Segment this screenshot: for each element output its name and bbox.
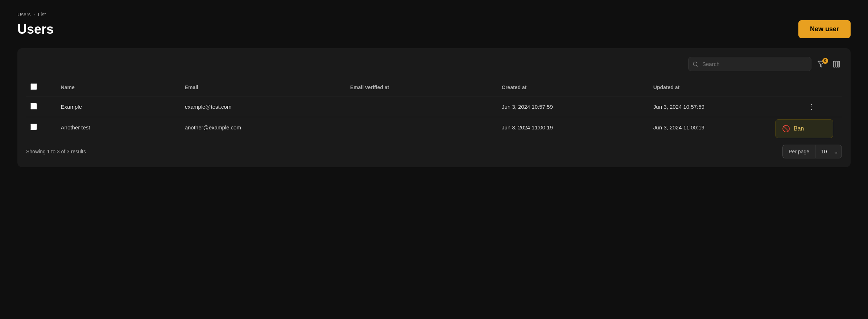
users-card: 0 Name Email [17,48,851,167]
columns-icon [832,60,840,68]
col-header-actions [801,78,842,96]
table-row: Another test another@example.com Jun 3, … [26,117,842,138]
cell-email-1: another@example.com [181,117,346,138]
users-table: Name Email Email verified at Created at … [26,78,842,137]
col-header-updated-at: Updated at [649,78,801,96]
cell-name-1: Another test [57,117,181,138]
table-footer: Showing 1 to 3 of 3 results Per page 102… [26,145,842,158]
svg-rect-5 [838,61,840,67]
row-actions-button-0[interactable]: ⋮ [805,102,818,112]
breadcrumb-current: List [38,12,46,17]
table-header: Name Email Email verified at Created at … [26,78,842,96]
svg-rect-3 [834,61,835,67]
table-row: Example example@test.com Jun 3, 2024 10:… [26,96,842,117]
context-menu-item-ban[interactable]: 🚫 Ban [776,120,833,138]
cell-email-verified-1 [346,117,497,138]
col-header-name: Name [57,78,181,96]
select-all-checkbox[interactable] [30,83,37,90]
cell-updated-0: Jun 3, 2024 10:57:59 [649,96,801,117]
per-page-container: Per page 102550100 [782,145,842,158]
row-checkbox-1[interactable] [30,124,37,130]
columns-button[interactable] [831,59,842,70]
breadcrumb-separator: › [34,12,35,17]
per-page-select[interactable]: 102550100 [815,145,842,158]
col-header-email-verified: Email verified at [346,78,497,96]
svg-rect-4 [836,61,838,67]
cell-name-0: Example [57,96,181,117]
filter-button[interactable]: 0 [816,59,827,70]
col-header-email: Email [181,78,346,96]
page-header: Users New user [17,20,851,38]
toolbar: 0 [26,57,842,71]
context-menu: 🚫 Ban [775,119,833,138]
filter-badge: 0 [822,58,828,64]
cell-email-verified-0 [346,96,497,117]
cell-email-0: example@test.com [181,96,346,117]
table-body: Example example@test.com Jun 3, 2024 10:… [26,96,842,138]
per-page-wrapper: 102550100 [815,145,842,158]
col-header-created-at: Created at [497,78,649,96]
search-container [688,57,811,71]
per-page-label: Per page [782,145,815,158]
showing-text: Showing 1 to 3 of 3 results [26,149,86,154]
cell-created-0: Jun 3, 2024 10:57:59 [497,96,649,117]
ban-icon: 🚫 [782,125,790,133]
context-menu-label-ban: Ban [794,125,804,132]
new-user-button[interactable]: New user [798,20,851,38]
breadcrumb: Users › List [17,12,851,17]
page-title: Users [17,22,54,37]
breadcrumb-parent[interactable]: Users [17,12,31,17]
search-input[interactable] [688,57,811,71]
cell-created-1: Jun 3, 2024 11:00:19 [497,117,649,138]
row-checkbox-0[interactable] [30,103,37,109]
